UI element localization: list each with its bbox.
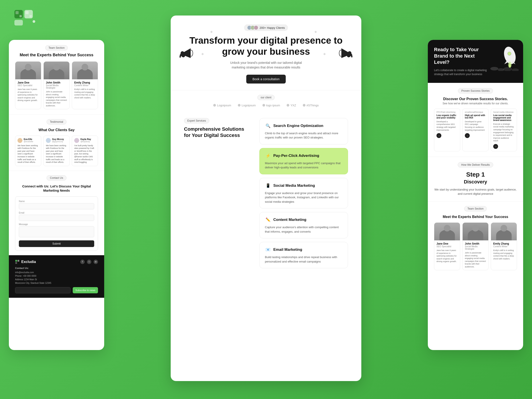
eva-avatar	[18, 138, 22, 143]
megaphone-right-icon	[337, 44, 355, 62]
testimonial-kayla: Kayla Ray @kaylaray I've built pretty ha…	[72, 136, 98, 166]
right-john-name: John Smith	[465, 242, 486, 245]
client-logo-1: Logoipsum	[213, 104, 231, 107]
footer-address: Address 1234 Main St	[15, 278, 98, 281]
name-label: Name	[19, 200, 94, 202]
team-card-emily: Emily Zhang Content Writer Emily's skill…	[72, 61, 98, 109]
contact-tag: Contact Us	[47, 175, 66, 181]
email-label: Email	[19, 212, 94, 214]
right-emily-photo	[491, 223, 517, 240]
success-title-1: Low organic traffic and poor visibility	[437, 114, 458, 119]
guy-name: Guy Mccoy	[52, 138, 64, 140]
right-emily-role: Content Writer	[493, 245, 514, 248]
left-team-title: Meet the Experts Behind Your Success	[15, 53, 98, 57]
right-card: Ready to Take Your Brand to the Next Lev…	[428, 40, 523, 350]
expert-services-title: Comprehensive Solutions for Your Digital…	[184, 126, 250, 139]
contact-form: Name Email Message Submit	[15, 196, 98, 251]
success-tag-3: Social media Inference	[493, 111, 514, 113]
email-desc: Build lasting relationships and drive re…	[265, 255, 342, 264]
content-title: Content Marketing	[273, 218, 306, 222]
team-cards-row: Jane Doe SEO Specialist Jane has over 8 …	[15, 61, 98, 109]
kayla-handle: @kaylaray	[81, 140, 91, 143]
testimonial-eva: Eva Elle @evaeelle We have been working …	[15, 136, 41, 166]
john-quote: John is passionate about creating engagi…	[46, 90, 67, 107]
right-team-card-john: John Smith Social Media Strategist John …	[462, 222, 488, 270]
svg-rect-16	[15, 262, 17, 264]
footer-contact-info: info@excludia.com Phone: +00 000 0000 Ad…	[15, 271, 98, 285]
success-tag: Proven Success Stories	[458, 88, 493, 94]
rocket-decoration	[490, 44, 519, 71]
twitter-icon[interactable]: t	[87, 260, 91, 264]
john-name: John Smith	[46, 81, 67, 84]
subscribe-button[interactable]: Subscribe to news	[73, 287, 98, 293]
service-card-social: 📱 Social Media Marketing Engage your aud…	[259, 178, 348, 209]
footer-city: Moorzone City, Stardust State 12345	[15, 281, 98, 285]
hero-section: 200+ Happy Clients Transform your digita…	[171, 16, 361, 90]
success-card-1: PPC/Paid Advertising Low organic traffic…	[434, 109, 460, 151]
left-team-tag: Team Section	[45, 45, 68, 50]
expert-services-section: Expert Services Comprehensive Solutions …	[171, 112, 361, 275]
message-textarea[interactable]	[19, 226, 94, 237]
our-client-section: our client Logoipsum Logoipsum logo ipsu…	[171, 90, 361, 112]
name-field: Name	[19, 200, 94, 209]
john-photo	[44, 62, 69, 79]
right-team-card-jane: Jane Doe SEO Specialist Jane has over 8 …	[434, 222, 460, 270]
jane-photo	[15, 62, 41, 79]
right-john-role: Social Media Strategist	[465, 245, 486, 250]
svg-point-24	[512, 69, 519, 71]
success-tag-2: email/email/Monique	[465, 111, 486, 113]
seo-icon: 🔍	[265, 123, 271, 129]
svg-rect-9	[179, 54, 181, 58]
testimonial-cards-row: Eva Elle @evaeelle We have been working …	[15, 136, 98, 166]
success-tag-1: PPC/Paid Advertising	[437, 111, 458, 113]
svg-rect-12	[351, 54, 353, 58]
email-input[interactable]	[19, 215, 94, 221]
svg-point-23	[503, 67, 512, 71]
svg-point-21	[490, 67, 498, 70]
happy-clients-badge: 200+ Happy Clients	[244, 24, 288, 31]
right-john-quote: John is passionate about creating engagi…	[465, 251, 486, 268]
instagram-icon[interactable]: in	[94, 260, 98, 264]
seo-title: Search Engine Optimization	[273, 124, 323, 128]
right-team-title: Meet the Experts Behind Your Success	[434, 215, 517, 219]
emily-name: Emily Zhang	[74, 81, 95, 84]
social-icon: 📱	[265, 182, 271, 189]
success-arrow-3[interactable]: →	[493, 144, 498, 149]
success-cards-row: PPC/Paid Advertising Low organic traffic…	[434, 109, 517, 151]
svg-rect-15	[18, 260, 19, 262]
megaphone-left-icon	[177, 44, 195, 62]
facebook-icon[interactable]: f	[80, 260, 85, 264]
right-team-section: Team Section Meet the Experts Behind You…	[428, 201, 523, 275]
right-team-cards-row: Jane Doe SEO Specialist Jane has over 8 …	[434, 222, 517, 270]
svg-rect-1	[16, 11, 19, 14]
right-jane-name: Jane Doe	[437, 242, 458, 245]
success-arrow-1[interactable]: →	[437, 133, 441, 138]
message-label: Message	[19, 223, 94, 225]
footer-email-input[interactable]	[15, 287, 70, 293]
jane-role: SEO Specialist	[18, 84, 39, 87]
testimonial-tag: Testimonial	[47, 119, 66, 125]
guy-text: We have been working with Positivus for …	[46, 144, 67, 164]
content-icon: ✏️	[265, 217, 271, 223]
name-input[interactable]	[19, 203, 94, 209]
right-team-tag: Team Section	[464, 206, 487, 211]
message-field: Message	[19, 223, 94, 238]
step-title: Discovery	[434, 179, 517, 185]
cta-title: Ready to Take Your Brand to the Next Lev…	[434, 47, 487, 66]
svg-point-22	[498, 68, 504, 71]
email-title: Email Marketing	[273, 248, 302, 252]
service-card-seo: 🔍 Search Engine Optimization Climb to th…	[259, 118, 348, 144]
service-card-email: 📧 Email Marketing Build lasting relation…	[259, 242, 348, 268]
svg-rect-2	[19, 15, 22, 17]
our-client-tag: our client	[257, 95, 275, 100]
success-arrow-2[interactable]: →	[465, 133, 470, 138]
testimonial-guy: Guy Mccoy @guymccoy We have been working…	[44, 136, 70, 166]
right-john-photo	[463, 223, 488, 240]
cta-description: Let's collaborate to create a digital ma…	[434, 68, 487, 76]
submit-button[interactable]: Submit	[19, 240, 94, 247]
testimonial-title: What Our Clients Say	[15, 128, 98, 132]
ppc-title: Pay-Per-Click Advertising	[273, 154, 319, 158]
success-title-3: Low social media engagement and brand aw…	[493, 114, 514, 121]
book-consultation-button[interactable]: Book a consultation	[246, 75, 286, 83]
eva-text: We have been working with Positivus for …	[18, 144, 39, 164]
